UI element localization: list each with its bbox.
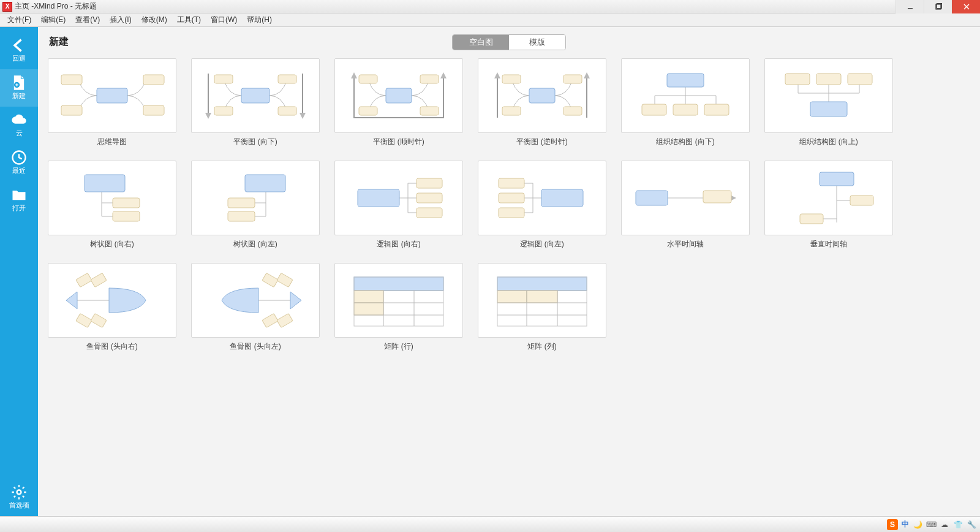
menu-tools[interactable]: 工具(T) <box>172 15 206 25</box>
svg-rect-76 <box>497 277 587 291</box>
svg-rect-50 <box>417 193 442 203</box>
page-title: 新建 <box>49 36 69 48</box>
template-timeline-h[interactable]: 水平时间轴 <box>621 161 750 249</box>
svg-marker-21 <box>440 72 447 78</box>
window-minimize-button[interactable] <box>895 0 924 13</box>
template-caption: 平衡图 (顺时针) <box>373 137 424 147</box>
template-thumb <box>478 263 606 338</box>
template-fishbone-right[interactable]: 鱼骨图 (头向右) <box>48 263 176 352</box>
folder-icon <box>10 186 28 203</box>
app-icon: X <box>2 2 12 12</box>
template-balance-down[interactable]: 平衡图 (向下) <box>191 58 320 147</box>
template-balance-ccw[interactable]: 平衡图 (逆时针) <box>478 58 606 147</box>
sidebar-label-cloud: 云 <box>16 129 23 138</box>
svg-rect-38 <box>810 102 847 116</box>
template-grid: 思维导图 平衡图 (向下) <box>38 55 980 364</box>
svg-rect-40 <box>816 74 841 85</box>
keyboard-icon[interactable]: ⌨ <box>926 520 936 530</box>
svg-marker-13 <box>205 113 211 119</box>
window-close-button[interactable] <box>952 0 980 13</box>
template-balance-cw[interactable]: 平衡图 (顺时针) <box>334 58 463 147</box>
sidebar-item-recent[interactable]: 最近 <box>0 144 38 181</box>
tab-blank[interactable]: 空白图 <box>453 35 509 50</box>
template-caption: 矩阵 (行) <box>384 341 413 352</box>
svg-rect-32 <box>564 75 582 83</box>
svg-rect-45 <box>245 175 285 192</box>
svg-rect-46 <box>228 198 255 208</box>
tray-icon[interactable]: ☁ <box>940 520 949 530</box>
svg-rect-35 <box>642 104 666 115</box>
template-org-down[interactable]: 组织结构图 (向下) <box>621 58 750 147</box>
menu-insert[interactable]: 插入(I) <box>105 15 136 25</box>
template-tree-right[interactable]: 树状图 (向右) <box>48 161 176 249</box>
menu-edit[interactable]: 编辑(E) <box>36 15 70 25</box>
sidebar-label-recent: 最近 <box>12 166 26 175</box>
sidebar-item-open[interactable]: 打开 <box>0 181 38 219</box>
template-fishbone-left[interactable]: 鱼骨图 (头向左) <box>191 263 320 352</box>
template-tree-left[interactable]: 树状图 (向左) <box>191 161 320 249</box>
svg-rect-60 <box>850 196 873 205</box>
svg-rect-16 <box>214 75 233 83</box>
tab-template[interactable]: 模版 <box>509 35 565 50</box>
template-matrix-col[interactable]: 矩阵 (列) <box>478 263 606 352</box>
template-logic-left[interactable]: 逻辑图 (向左) <box>478 161 606 249</box>
menu-file[interactable]: 文件(F) <box>2 15 36 25</box>
sidebar-item-cloud[interactable]: 云 <box>0 107 38 144</box>
sogou-ime-icon[interactable]: S <box>887 519 898 530</box>
svg-rect-70 <box>262 313 278 327</box>
menu-help[interactable]: 帮助(H) <box>242 15 277 25</box>
svg-rect-51 <box>417 208 442 218</box>
system-tray: S 中 🌙 ⌨ ☁ 👕 🔧 <box>0 516 980 532</box>
svg-rect-29 <box>529 88 555 103</box>
sidebar: 回退 新建 云 最近 打开 首选项 <box>0 27 38 516</box>
template-thumb <box>334 263 463 338</box>
moon-icon[interactable]: 🌙 <box>913 520 922 530</box>
template-thumb <box>334 58 463 133</box>
template-caption: 平衡图 (逆时针) <box>516 137 567 147</box>
settings-icon[interactable]: 🔧 <box>967 520 976 530</box>
window-maximize-button[interactable] <box>924 0 952 13</box>
svg-rect-8 <box>97 88 127 103</box>
svg-rect-68 <box>262 273 278 287</box>
svg-rect-19 <box>278 107 296 115</box>
template-thumb <box>191 263 320 338</box>
tray-icon[interactable]: 👕 <box>953 520 963 530</box>
menu-window[interactable]: 窗口(W) <box>206 15 242 25</box>
view-mode-segment: 空白图 模版 <box>452 34 566 50</box>
template-org-up[interactable]: 组织结构图 (向上) <box>764 58 893 147</box>
template-thumb <box>621 161 750 235</box>
svg-rect-11 <box>143 75 164 85</box>
svg-rect-33 <box>564 107 582 115</box>
sidebar-item-prefs[interactable]: 首选项 <box>0 479 38 516</box>
template-thumb <box>334 161 463 235</box>
svg-rect-63 <box>76 273 92 287</box>
sidebar-item-back[interactable]: 回退 <box>0 32 38 69</box>
template-mindmap[interactable]: 思维导图 <box>48 58 176 147</box>
ime-indicator[interactable]: 中 <box>902 519 909 530</box>
svg-rect-72 <box>354 277 443 291</box>
template-timeline-v[interactable]: 垂直时间轴 <box>764 161 893 249</box>
svg-rect-44 <box>113 211 140 221</box>
template-caption: 水平时间轴 <box>667 239 704 249</box>
svg-rect-77 <box>497 291 527 303</box>
template-logic-right[interactable]: 逻辑图 (向右) <box>334 161 463 249</box>
sidebar-item-new[interactable]: 新建 <box>0 69 38 107</box>
template-thumb <box>764 58 893 133</box>
template-caption: 鱼骨图 (头向左) <box>230 341 281 352</box>
menu-modify[interactable]: 修改(M) <box>137 15 172 25</box>
sidebar-label-prefs: 首选项 <box>9 501 29 510</box>
sidebar-label-new: 新建 <box>12 91 26 101</box>
svg-rect-42 <box>85 175 125 192</box>
svg-marker-56 <box>731 196 736 200</box>
svg-rect-15 <box>241 88 270 103</box>
template-caption: 逻辑图 (向右) <box>377 239 420 249</box>
gear-icon <box>10 484 28 501</box>
svg-rect-36 <box>673 104 698 115</box>
template-matrix-row[interactable]: 矩阵 (行) <box>334 263 463 352</box>
svg-marker-62 <box>66 292 77 309</box>
svg-rect-55 <box>499 208 524 218</box>
svg-rect-30 <box>502 75 521 83</box>
template-thumb <box>621 58 750 133</box>
svg-rect-78 <box>527 291 557 303</box>
menu-view[interactable]: 查看(V) <box>70 15 105 25</box>
